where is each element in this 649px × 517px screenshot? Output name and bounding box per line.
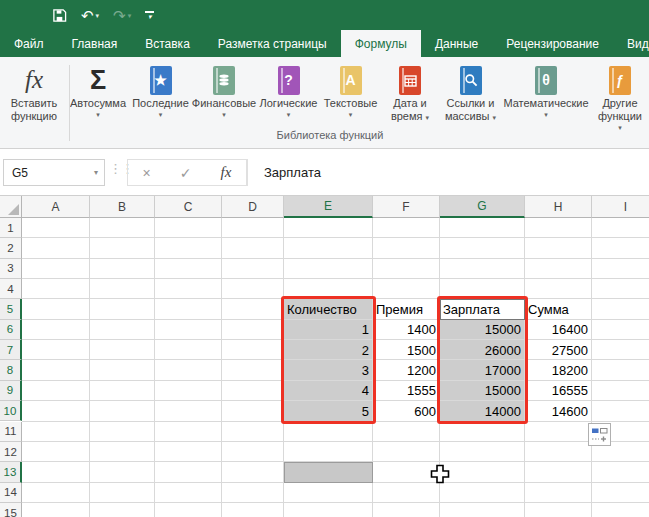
cell-H7[interactable]: 27500 bbox=[525, 340, 592, 360]
autosum-icon: Σ bbox=[90, 63, 106, 97]
cell-F5[interactable]: Премия bbox=[373, 299, 440, 319]
cell-H10[interactable]: 14600 bbox=[525, 401, 592, 421]
select-all-corner[interactable] bbox=[0, 196, 22, 218]
financial-icon bbox=[213, 63, 235, 97]
lookup-reference-label: Ссылки имассивы ▾ bbox=[445, 97, 496, 123]
tab-review[interactable]: Рецензирование bbox=[492, 30, 613, 57]
cell-G8[interactable]: 17000 bbox=[440, 360, 525, 380]
autosum-button[interactable]: ΣАвтосумма▾ bbox=[66, 60, 130, 119]
ribbon-group-label: Библиотека функций bbox=[180, 129, 480, 141]
cell-E10[interactable]: 5 bbox=[284, 401, 373, 421]
col-header-C[interactable]: C bbox=[155, 196, 222, 218]
name-box-caret-icon[interactable]: ▾ bbox=[94, 168, 98, 177]
row-header-5[interactable]: 5 bbox=[0, 299, 22, 319]
name-box[interactable]: G5 ▾ bbox=[3, 159, 105, 186]
col-header-B[interactable]: B bbox=[90, 196, 155, 218]
ribbon-tab-bar: ФайлГлавнаяВставкаРазметка страницыФорму… bbox=[0, 30, 649, 57]
row-header-15[interactable]: 15 bbox=[0, 503, 22, 517]
col-header-A[interactable]: A bbox=[22, 196, 90, 218]
recent-button[interactable]: ★Последние▾ bbox=[130, 60, 191, 119]
row-header-11[interactable]: 11 bbox=[0, 422, 22, 442]
tab-data[interactable]: Данные bbox=[421, 30, 492, 57]
math-trig-label: Математические bbox=[503, 97, 588, 110]
formula-input[interactable]: Зарплата bbox=[247, 159, 649, 186]
cell-E7[interactable]: 2 bbox=[284, 340, 373, 360]
recent-icon: ★ bbox=[150, 63, 172, 97]
more-functions-icon: ƒ bbox=[609, 63, 631, 97]
more-functions-button[interactable]: ƒДругиефункции▾ bbox=[590, 60, 649, 132]
financial-button[interactable]: Финансовые▾ bbox=[191, 60, 257, 119]
logical-label: Логические bbox=[260, 97, 318, 110]
row-header-3[interactable]: 3 bbox=[0, 259, 22, 279]
autosum-caret-icon: ▾ bbox=[96, 110, 100, 119]
tab-insert[interactable]: Вставка bbox=[131, 30, 204, 57]
row-header-14[interactable]: 14 bbox=[0, 483, 22, 503]
math-trig-button[interactable]: θМатематические▾ bbox=[502, 60, 590, 119]
selected-cell-E13[interactable] bbox=[284, 462, 373, 482]
row-header-10[interactable]: 10 bbox=[0, 401, 22, 421]
row-header-12[interactable]: 12 bbox=[0, 442, 22, 462]
cell-F9[interactable]: 1555 bbox=[373, 381, 440, 401]
cell-F7[interactable]: 1500 bbox=[373, 340, 440, 360]
cell-H5[interactable]: Сумма bbox=[525, 299, 592, 319]
row-header-4[interactable]: 4 bbox=[0, 279, 22, 299]
date-time-button[interactable]: Дата ивремя ▾ bbox=[381, 60, 439, 123]
text-icon: А bbox=[340, 63, 362, 97]
cell-G7[interactable]: 26000 bbox=[440, 340, 525, 360]
lookup-reference-button[interactable]: Ссылки имассивы ▾ bbox=[439, 60, 502, 123]
cell-F8[interactable]: 1200 bbox=[373, 360, 440, 380]
logical-button[interactable]: ?Логические▾ bbox=[257, 60, 320, 119]
tab-view[interactable]: Вид bbox=[613, 30, 649, 57]
tab-page-layout[interactable]: Разметка страницы bbox=[204, 30, 341, 57]
worksheet-grid: ABCDEFGHI123456789101112131415Количество… bbox=[0, 196, 649, 517]
title-bar: ↶▾↷▾▾ bbox=[0, 0, 649, 30]
ribbon-formulas: fxВставитьфункциюΣАвтосумма▾★Последние▾Ф… bbox=[0, 57, 649, 149]
save-icon[interactable] bbox=[52, 8, 67, 23]
cancel-icon[interactable]: × bbox=[143, 165, 151, 181]
enter-icon[interactable]: ✓ bbox=[180, 165, 192, 181]
col-header-E[interactable]: E bbox=[284, 196, 373, 218]
row-header-9[interactable]: 9 bbox=[0, 381, 22, 401]
formula-bar: G5 ▾ ⋮⋮ × ✓ fx Зарплата bbox=[0, 149, 649, 196]
cell-H6[interactable]: 16400 bbox=[525, 320, 592, 340]
cell-F6[interactable]: 1400 bbox=[373, 320, 440, 340]
more-functions-label: Другиефункции bbox=[598, 97, 642, 123]
insert-function-button[interactable]: fxВставитьфункцию bbox=[2, 60, 66, 123]
row-header-8[interactable]: 8 bbox=[0, 360, 22, 380]
tab-home[interactable]: Главная bbox=[58, 30, 132, 57]
cell-E6[interactable]: 1 bbox=[284, 320, 373, 340]
quick-access-toolbar: ↶▾↷▾▾ bbox=[52, 8, 154, 23]
col-header-D[interactable]: D bbox=[222, 196, 284, 218]
col-header-G[interactable]: G bbox=[440, 196, 525, 218]
text-button[interactable]: АТекстовые▾ bbox=[320, 60, 381, 119]
recent-caret-icon: ▾ bbox=[159, 110, 163, 119]
row-header-1[interactable]: 1 bbox=[0, 218, 22, 238]
quick-analysis-button[interactable] bbox=[588, 423, 611, 446]
cell-H8[interactable]: 18200 bbox=[525, 360, 592, 380]
cell-E5[interactable]: Количество bbox=[284, 299, 373, 319]
text-label: Текстовые bbox=[324, 97, 378, 110]
row-header-2[interactable]: 2 bbox=[0, 238, 22, 258]
recent-label: Последние bbox=[132, 97, 189, 110]
row-header-13[interactable]: 13 bbox=[0, 462, 22, 482]
row-header-6[interactable]: 6 bbox=[0, 320, 22, 340]
row-header-7[interactable]: 7 bbox=[0, 340, 22, 360]
cell-G9[interactable]: 15000 bbox=[440, 381, 525, 401]
cell-F10[interactable]: 600 bbox=[373, 401, 440, 421]
cell-E8[interactable]: 3 bbox=[284, 360, 373, 380]
cell-E9[interactable]: 4 bbox=[284, 381, 373, 401]
undo-icon[interactable]: ↶▾ bbox=[81, 8, 99, 23]
insert-function-icon[interactable]: fx bbox=[221, 164, 232, 181]
tab-file[interactable]: Файл bbox=[0, 30, 58, 57]
tab-formulas[interactable]: Формулы bbox=[341, 30, 421, 57]
cell-G10[interactable]: 14000 bbox=[440, 401, 525, 421]
cell-G5[interactable]: Зарплата bbox=[440, 299, 525, 319]
col-header-H[interactable]: H bbox=[525, 196, 592, 218]
math-trig-caret-icon: ▾ bbox=[544, 110, 548, 119]
cell-G6[interactable]: 15000 bbox=[440, 320, 525, 340]
logical-caret-icon: ▾ bbox=[287, 110, 291, 119]
col-header-I[interactable]: I bbox=[592, 196, 649, 218]
customize-qat-icon[interactable]: ▾ bbox=[145, 11, 154, 19]
col-header-F[interactable]: F bbox=[373, 196, 440, 218]
cell-H9[interactable]: 16555 bbox=[525, 381, 592, 401]
